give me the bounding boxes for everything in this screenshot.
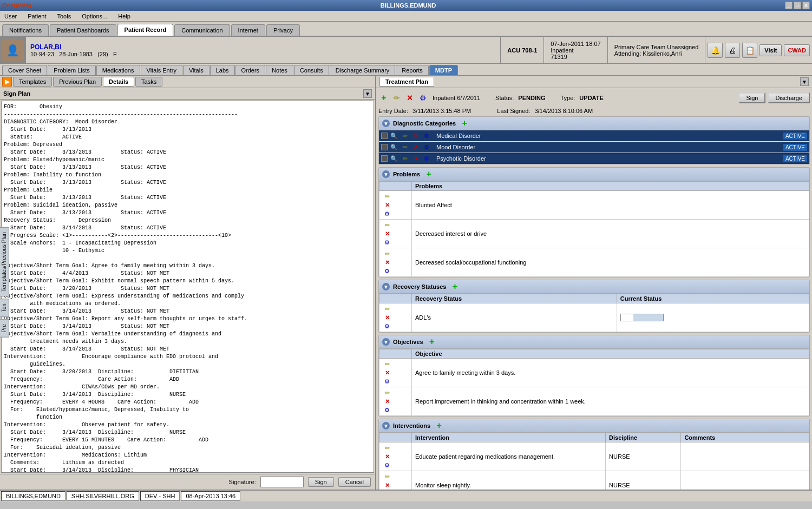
intervention-link-0[interactable]: ⚙ bbox=[383, 461, 391, 470]
title-bar-controls[interactable]: _ □ X bbox=[785, 2, 810, 9]
diag-edit-icon-0[interactable]: ✏ bbox=[401, 131, 409, 140]
cancel-button[interactable]: Cancel bbox=[338, 477, 371, 487]
problem-link-1[interactable]: ⚙ bbox=[383, 238, 391, 247]
treatment-plan-tab[interactable]: Treatment Plan bbox=[379, 77, 434, 87]
diag-checkbox-0[interactable] bbox=[381, 133, 388, 139]
tab-communication[interactable]: Communication bbox=[174, 24, 230, 36]
objective-delete-1[interactable]: ✕ bbox=[383, 397, 391, 406]
diag-link-icon-0[interactable]: ⚙ bbox=[422, 131, 431, 140]
diag-link-icon-1[interactable]: ⚙ bbox=[422, 143, 431, 151]
vertical-tab-ten[interactable]: Ten bbox=[0, 299, 9, 317]
diag-delete-icon-0[interactable]: ✕ bbox=[411, 131, 420, 140]
clipboard-button[interactable]: 📋 bbox=[742, 43, 757, 58]
tab-orders[interactable]: Orders bbox=[235, 65, 266, 75]
sub-tab-templates[interactable]: Templates bbox=[13, 77, 52, 87]
discharge-button[interactable]: Discharge bbox=[768, 92, 810, 103]
patient-name[interactable]: POLAR,BI bbox=[30, 43, 117, 51]
vertical-tab-pre[interactable]: Pre bbox=[0, 319, 9, 338]
vertical-tab-templates[interactable]: Templates/Previous Plan bbox=[0, 227, 9, 296]
intervention-edit-0[interactable]: ✏ bbox=[383, 444, 391, 452]
diag-checkbox-2[interactable] bbox=[381, 155, 388, 162]
diag-edit-icon-1[interactable]: ✏ bbox=[401, 143, 409, 151]
tab-problem-lists[interactable]: Problem Lists bbox=[48, 65, 96, 75]
add-recovery-button[interactable]: + bbox=[449, 281, 460, 292]
problem-link-0[interactable]: ⚙ bbox=[383, 209, 391, 218]
objective-edit-0[interactable]: ✏ bbox=[383, 360, 391, 368]
objective-link-0[interactable]: ⚙ bbox=[383, 377, 391, 386]
link-icon[interactable]: ⚙ bbox=[417, 92, 428, 103]
sign-button[interactable]: Sign bbox=[308, 477, 334, 487]
treatment-dropdown[interactable]: ▼ bbox=[800, 77, 809, 86]
problem-link-2[interactable]: ⚙ bbox=[383, 267, 391, 275]
add-icon[interactable]: + bbox=[378, 92, 389, 103]
add-objective-button[interactable]: + bbox=[427, 336, 437, 347]
sub-tab-tasks[interactable]: Tasks bbox=[135, 77, 162, 87]
intervention-edit-1[interactable]: ✏ bbox=[383, 472, 391, 481]
sub-tab-previous-plan[interactable]: Previous Plan bbox=[53, 77, 102, 87]
maximize-button[interactable]: □ bbox=[794, 2, 801, 9]
diag-search-icon-0[interactable]: 🔍 bbox=[390, 131, 398, 140]
alert-button[interactable]: 🔔 bbox=[708, 43, 723, 58]
objective-link-1[interactable]: ⚙ bbox=[383, 406, 391, 414]
sign-plan-content[interactable]: FOR: Obesity ---------------------------… bbox=[1, 101, 374, 473]
recovery-delete-0[interactable]: ✕ bbox=[383, 313, 391, 322]
tab-notes[interactable]: Notes bbox=[266, 65, 293, 75]
tab-reports[interactable]: Reports bbox=[396, 65, 429, 75]
tab-internet[interactable]: Internet bbox=[231, 24, 265, 36]
problem-delete-0[interactable]: ✕ bbox=[383, 201, 391, 209]
tab-discharge-summary[interactable]: Discharge Summary bbox=[330, 65, 396, 75]
menu-options[interactable]: Options... bbox=[80, 12, 109, 21]
collapse-recovery-button[interactable]: ▼ bbox=[382, 283, 390, 290]
diag-checkbox-1[interactable] bbox=[381, 144, 388, 150]
tab-cover-sheet[interactable]: Cover Sheet bbox=[2, 65, 47, 75]
menu-patient[interactable]: Patient bbox=[25, 12, 48, 21]
close-button[interactable]: X bbox=[802, 2, 810, 9]
orange-arrow-icon[interactable]: ▶ bbox=[2, 77, 12, 87]
collapse-interventions-button[interactable]: ▼ bbox=[382, 422, 390, 429]
edit-icon[interactable]: ✏ bbox=[391, 92, 402, 103]
diag-delete-icon-2[interactable]: ✕ bbox=[411, 154, 420, 163]
diag-link-icon-2[interactable]: ⚙ bbox=[422, 154, 431, 163]
sign-plan-dropdown[interactable]: ▼ bbox=[363, 89, 372, 98]
intervention-delete-0[interactable]: ✕ bbox=[383, 452, 391, 461]
visit-button[interactable]: Visit bbox=[759, 44, 782, 56]
tab-patient-dashboards[interactable]: Patient Dashboards bbox=[50, 24, 116, 36]
delete-icon[interactable]: ✕ bbox=[404, 92, 415, 103]
collapse-diagnostic-button[interactable]: ▼ bbox=[382, 120, 390, 127]
problem-delete-2[interactable]: ✕ bbox=[383, 258, 391, 267]
menu-user[interactable]: User bbox=[2, 12, 19, 21]
tab-mdtp[interactable]: MDTP bbox=[429, 65, 458, 75]
tab-privacy[interactable]: Privacy bbox=[266, 24, 300, 36]
diag-search-icon-2[interactable]: 🔍 bbox=[390, 154, 398, 163]
recovery-link-0[interactable]: ⚙ bbox=[383, 322, 391, 330]
minimize-button[interactable]: _ bbox=[785, 2, 793, 9]
print-button[interactable]: 🖨 bbox=[725, 43, 740, 58]
cwad-button[interactable]: CWAD bbox=[784, 44, 810, 56]
problem-edit-1[interactable]: ✏ bbox=[383, 221, 391, 229]
diag-edit-icon-2[interactable]: ✏ bbox=[401, 154, 409, 163]
add-diagnostic-button[interactable]: + bbox=[459, 118, 470, 129]
tab-patient-record[interactable]: Patient Record bbox=[117, 24, 174, 36]
add-problem-button[interactable]: + bbox=[423, 169, 434, 180]
problem-edit-2[interactable]: ✏ bbox=[383, 249, 391, 258]
recovery-edit-0[interactable]: ✏ bbox=[383, 305, 391, 313]
sub-tab-details[interactable]: Details bbox=[103, 77, 134, 87]
menu-tools[interactable]: Tools bbox=[55, 12, 73, 21]
tab-vitals-entry[interactable]: Vitals Entry bbox=[141, 65, 182, 75]
diag-search-icon-1[interactable]: 🔍 bbox=[390, 143, 398, 151]
objective-delete-0[interactable]: ✕ bbox=[383, 368, 391, 377]
objective-edit-1[interactable]: ✏ bbox=[383, 388, 391, 397]
tab-medications[interactable]: Medications bbox=[96, 65, 140, 75]
add-intervention-button[interactable]: + bbox=[434, 420, 444, 431]
signature-input[interactable] bbox=[260, 477, 304, 487]
menu-help[interactable]: Help bbox=[116, 12, 133, 21]
tab-consults[interactable]: Consults bbox=[294, 65, 329, 75]
intervention-delete-1[interactable]: ✕ bbox=[383, 481, 391, 490]
collapse-objectives-button[interactable]: ▼ bbox=[382, 338, 390, 346]
collapse-problems-button[interactable]: ▼ bbox=[382, 170, 390, 178]
tab-labs[interactable]: Labs bbox=[210, 65, 235, 75]
tab-vitals[interactable]: Vitals bbox=[183, 65, 209, 75]
diag-delete-icon-1[interactable]: ✕ bbox=[411, 143, 420, 151]
tab-notifications[interactable]: Notifications bbox=[2, 24, 49, 36]
sign-treatment-button[interactable]: Sign bbox=[738, 92, 765, 103]
